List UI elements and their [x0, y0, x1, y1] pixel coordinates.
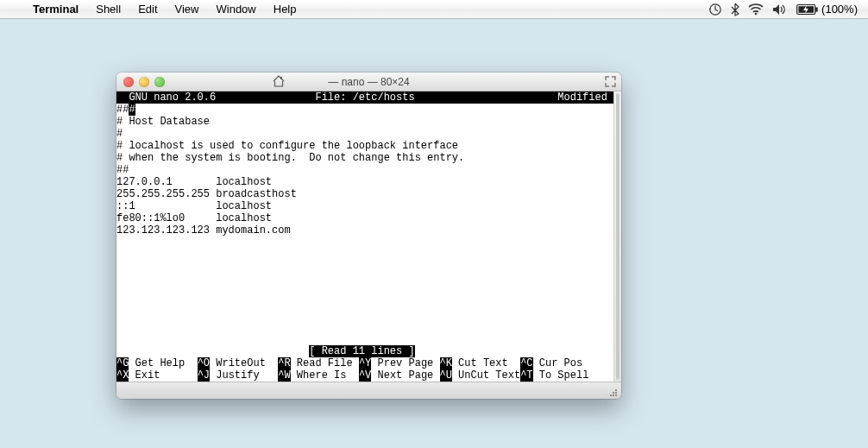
wifi-icon[interactable] — [748, 3, 764, 16]
file-line — [116, 237, 613, 249]
window-resize-grip[interactable] — [607, 386, 617, 396]
time-machine-icon[interactable] — [708, 3, 722, 16]
file-line: fe80::1%lo0 localhost — [116, 212, 613, 224]
svg-point-1 — [755, 12, 758, 15]
file-line — [116, 297, 613, 309]
file-line: ### — [116, 104, 613, 116]
nano-shortcuts-row-2: ^X Exit ^J Justify ^W Where Is ^V Next P… — [116, 369, 613, 382]
terminal-window: — nano — 80×24 GNU nano 2.0.6 File: /etc… — [116, 73, 621, 399]
terminal-scrollbar[interactable] — [613, 91, 621, 382]
nano-status-message: [ Read 11 lines ] — [116, 345, 613, 357]
window-titlebar[interactable]: — nano — 80×24 — [116, 73, 621, 91]
menu-edit[interactable]: Edit — [129, 3, 166, 16]
svg-rect-3 — [815, 7, 818, 11]
file-line — [116, 273, 613, 285]
file-line: 123.123.123.123 mydomain.com — [116, 224, 613, 237]
battery-icon[interactable]: (100%) — [796, 3, 858, 16]
file-line: # when the system is booting. Do not cha… — [116, 152, 613, 164]
volume-icon[interactable] — [772, 3, 788, 16]
window-title: — nano — 80×24 — [116, 76, 621, 88]
file-line — [116, 321, 613, 333]
macos-menubar: Terminal Shell Edit View Window Help (10… — [0, 0, 868, 19]
file-line — [116, 309, 613, 321]
file-line: ## — [116, 164, 613, 176]
menu-view[interactable]: View — [167, 3, 208, 16]
file-line: 127.0.0.1 localhost — [116, 176, 613, 188]
menu-shell[interactable]: Shell — [87, 3, 129, 16]
bluetooth-icon[interactable] — [731, 3, 739, 16]
battery-percent-text: (100%) — [821, 3, 858, 16]
file-line: ::1 localhost — [116, 200, 613, 212]
scrollbar-thumb[interactable] — [616, 93, 620, 380]
file-line — [116, 261, 613, 273]
menubar-app-name[interactable]: Terminal — [24, 3, 87, 16]
nano-header: GNU nano 2.0.6 File: /etc/hosts Modified — [116, 91, 613, 104]
file-line — [116, 285, 613, 297]
window-fullscreen-icon[interactable] — [605, 76, 616, 90]
file-line: # — [116, 128, 613, 140]
file-line — [116, 333, 613, 345]
menu-window[interactable]: Window — [208, 3, 265, 16]
file-line — [116, 249, 613, 261]
window-bottom-bar — [116, 382, 621, 399]
menu-help[interactable]: Help — [265, 3, 305, 16]
file-line: # localhost is used to configure the loo… — [116, 140, 613, 152]
terminal-content[interactable]: GNU nano 2.0.6 File: /etc/hosts Modified… — [116, 91, 613, 382]
file-line: # Host Database — [116, 116, 613, 128]
desktop: — nano — 80×24 GNU nano 2.0.6 File: /etc… — [0, 19, 868, 448]
nano-shortcuts-row-1: ^G Get Help ^O WriteOut ^R Read File ^Y … — [116, 357, 613, 369]
file-line: 255.255.255.255 broadcasthost — [116, 188, 613, 200]
